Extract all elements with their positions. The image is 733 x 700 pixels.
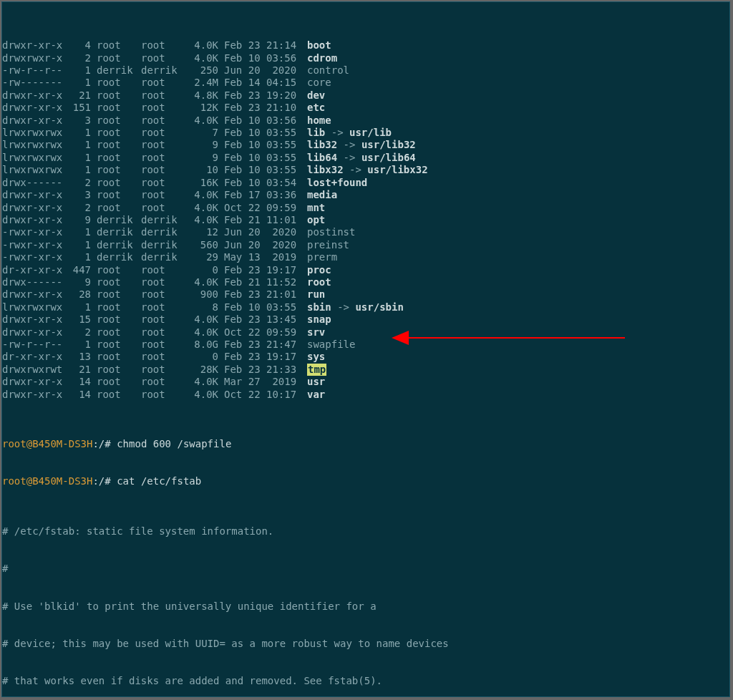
link-count: 1 <box>64 239 97 251</box>
perms: lrwxrwxrwx <box>2 127 64 139</box>
owner: root <box>97 276 141 288</box>
perms: drwx------ <box>2 276 64 288</box>
group: root <box>141 376 185 388</box>
link-count: 21 <box>64 89 97 102</box>
size: 0 <box>185 351 224 363</box>
file-name: lib32 <box>307 139 337 151</box>
size: 250 <box>185 64 224 77</box>
group: root <box>141 326 185 339</box>
file-name: srv <box>307 326 325 339</box>
ls-row: drwxr-xr-x15rootroot4.0KFeb 23 13:45snap <box>2 313 729 326</box>
file-name: etc <box>307 102 325 114</box>
perms: dr-xr-xr-x <box>2 351 64 363</box>
size: 29 <box>185 251 224 263</box>
prompt-cat: root@B450M-DS3H:/# cat /etc/fstab <box>2 475 729 487</box>
group: root <box>141 276 185 288</box>
ls-row: drwxrwxrwt21rootroot28KFeb 23 21:33tmp <box>2 364 729 376</box>
perms: -rwxr-xr-x <box>2 226 64 238</box>
file-name: tmp <box>307 364 326 376</box>
file-name: sys <box>307 351 325 363</box>
file-name: lib64 <box>307 152 337 164</box>
owner: root <box>97 127 141 139</box>
owner: root <box>97 39 141 52</box>
group: derrik <box>141 239 185 251</box>
group: root <box>141 127 185 139</box>
perms: drwxr-xr-x <box>2 326 64 339</box>
group: root <box>141 313 185 326</box>
perms: drwxr-xr-x <box>2 115 64 127</box>
link-count: 1 <box>64 164 97 176</box>
owner: root <box>97 164 141 176</box>
symlink-target: usr/lib64 <box>361 152 416 164</box>
file-name: postinst <box>307 226 355 238</box>
perms: -rwxr-xr-x <box>2 251 64 263</box>
file-name: core <box>307 77 331 89</box>
file-name: boot <box>307 39 331 52</box>
link-count: 13 <box>64 351 97 363</box>
group: derrik <box>141 64 185 77</box>
ls-row: drwxr-xr-x28rootroot900Feb 23 21:01run <box>2 288 729 301</box>
date: Feb 23 21:01 <box>224 288 307 301</box>
date: Jun 20 2020 <box>224 226 307 238</box>
ls-row: -rwxr-xr-x1derrikderrik560Jun 20 2020pre… <box>2 239 729 251</box>
owner: derrik <box>97 226 141 238</box>
date: Feb 10 03:55 <box>224 164 307 176</box>
group: root <box>141 77 185 89</box>
group: root <box>141 152 185 164</box>
terminal-window[interactable]: drwxr-xr-x4rootroot4.0KFeb 23 21:14bootd… <box>1 1 730 697</box>
owner: root <box>97 326 141 339</box>
file-name: preinst <box>307 239 349 251</box>
perms: drwxrwxrwt <box>2 364 64 376</box>
date: Feb 10 03:56 <box>224 115 307 127</box>
owner: root <box>97 89 141 102</box>
link-count: 2 <box>64 52 97 64</box>
owner: root <box>97 202 141 214</box>
size: 9 <box>185 139 224 151</box>
file-name: usr <box>307 376 325 388</box>
date: Feb 23 21:47 <box>224 339 307 351</box>
group: root <box>141 177 185 189</box>
file-name: var <box>307 389 325 401</box>
symlink-arrow: -> <box>325 127 349 139</box>
ls-row: drwxr-xr-x3rootroot4.0KFeb 10 03:56home <box>2 115 729 127</box>
size: 4.0K <box>185 376 224 388</box>
owner: root <box>97 52 141 64</box>
ls-row: -rwxr-xr-x1derrikderrik12Jun 20 2020post… <box>2 226 729 238</box>
symlink-target: usr/libx32 <box>367 164 427 176</box>
size: 4.0K <box>185 326 224 339</box>
date: Feb 23 19:17 <box>224 264 307 276</box>
group: root <box>141 288 185 301</box>
link-count: 3 <box>64 189 97 201</box>
size: 560 <box>185 239 224 251</box>
owner: root <box>97 301 141 313</box>
size: 4.0K <box>185 276 224 288</box>
date: Feb 23 13:45 <box>224 313 307 326</box>
perms: -rw------- <box>2 77 64 89</box>
group: root <box>141 52 185 64</box>
group: derrik <box>141 226 185 238</box>
owner: root <box>97 288 141 301</box>
group: root <box>141 102 185 114</box>
fstab-line: # that works even if disks are added and… <box>2 675 729 687</box>
owner: root <box>97 264 141 276</box>
owner: derrik <box>97 214 141 226</box>
group: root <box>141 264 185 276</box>
owner: root <box>97 351 141 363</box>
size: 4.0K <box>185 52 224 64</box>
file-name: home <box>307 115 331 127</box>
owner: root <box>97 189 141 201</box>
link-count: 151 <box>64 102 97 114</box>
ls-row: drwxr-xr-x9derrikderrik4.0KFeb 21 11:01o… <box>2 214 729 226</box>
size: 9 <box>185 152 224 164</box>
perms: -rwxr-xr-x <box>2 239 64 251</box>
size: 4.8K <box>185 89 224 102</box>
date: Feb 10 03:55 <box>224 301 307 313</box>
link-count: 9 <box>64 276 97 288</box>
date: Feb 23 19:17 <box>224 351 307 363</box>
link-count: 447 <box>64 264 97 276</box>
perms: drwxr-xr-x <box>2 313 64 326</box>
size: 900 <box>185 288 224 301</box>
link-count: 15 <box>64 313 97 326</box>
date: May 13 2019 <box>224 251 307 263</box>
owner: derrik <box>97 64 141 77</box>
